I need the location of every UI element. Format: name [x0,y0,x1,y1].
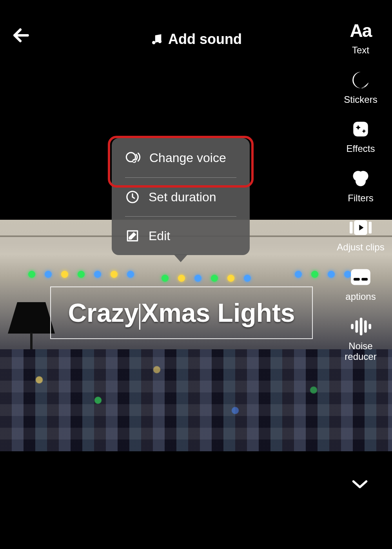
svg-point-1 [152,41,156,44]
captions-icon [350,266,372,288]
svg-rect-13 [351,269,370,285]
svg-point-3 [357,76,359,78]
text-caret [139,304,140,330]
svg-rect-12 [369,222,372,233]
tool-captions-label: aptions [345,291,376,302]
text-caption-box[interactable]: CrazyXmas Lights [50,286,313,339]
lamp-decoration [8,302,55,353]
tool-effects[interactable]: Effects [347,118,375,154]
svg-rect-16 [351,324,354,329]
tool-text[interactable]: Aa Text [350,20,372,56]
svg-rect-17 [356,320,358,333]
svg-rect-14 [354,278,360,281]
effects-icon [350,118,372,140]
lights-strand [157,275,256,283]
adjust-clips-icon [350,217,372,239]
add-sound-button[interactable]: Add sound [150,31,242,47]
menu-change-voice-label: Change voice [149,151,226,165]
caption-text-left: Crazy [68,298,138,327]
stickers-icon [350,69,372,91]
svg-rect-19 [364,320,367,333]
tool-noise-reducer-label: Noise reducer [345,341,376,362]
filters-icon [350,168,372,190]
tool-captions[interactable]: aptions [345,266,376,302]
tool-adjust-clips[interactable]: Adjust clips [337,217,384,253]
caption-text-right: Xmas Lights [141,298,295,327]
svg-rect-15 [361,278,368,281]
svg-rect-20 [368,324,371,329]
right-toolbar: Aa Text Stickers Effects Filters Adjust … [329,20,392,362]
tool-stickers-label: Stickers [344,94,377,105]
back-button[interactable] [9,24,33,47]
tool-stickers[interactable]: Stickers [344,69,377,105]
menu-edit-label: Edit [149,229,170,243]
clock-icon [125,190,140,204]
pixelated-area [0,349,392,451]
svg-rect-9 [350,222,352,233]
text-icon: Aa [350,20,372,42]
svg-rect-5 [353,122,368,137]
arrow-left-icon [11,26,31,45]
add-sound-label: Add sound [168,31,242,47]
more-tools-button[interactable] [351,479,368,491]
svg-rect-18 [360,317,363,335]
menu-change-voice[interactable]: Change voice [112,138,250,177]
music-note-icon [150,33,163,46]
svg-point-4 [361,75,363,78]
noise-reducer-icon [350,316,372,337]
svg-point-8 [356,176,366,186]
text-context-menu: Change voice Set duration Edit [112,138,250,255]
tool-adjust-clips-label: Adjust clips [337,242,384,253]
svg-point-2 [158,40,162,43]
tool-filters[interactable]: Filters [348,168,373,204]
voice-icon [125,150,141,166]
edit-icon [125,228,140,243]
tool-noise-reducer[interactable]: Noise reducer [345,316,376,362]
menu-set-duration-label: Set duration [149,190,216,204]
lights-strand [24,271,139,279]
menu-tail [174,254,188,262]
chevron-down-icon [351,479,368,490]
tool-effects-label: Effects [347,143,375,154]
tool-text-label: Text [352,45,369,56]
menu-set-duration[interactable]: Set duration [112,178,250,216]
tool-filters-label: Filters [348,193,373,204]
menu-edit[interactable]: Edit [112,217,250,255]
caption-text: CrazyXmas Lights [68,298,295,328]
